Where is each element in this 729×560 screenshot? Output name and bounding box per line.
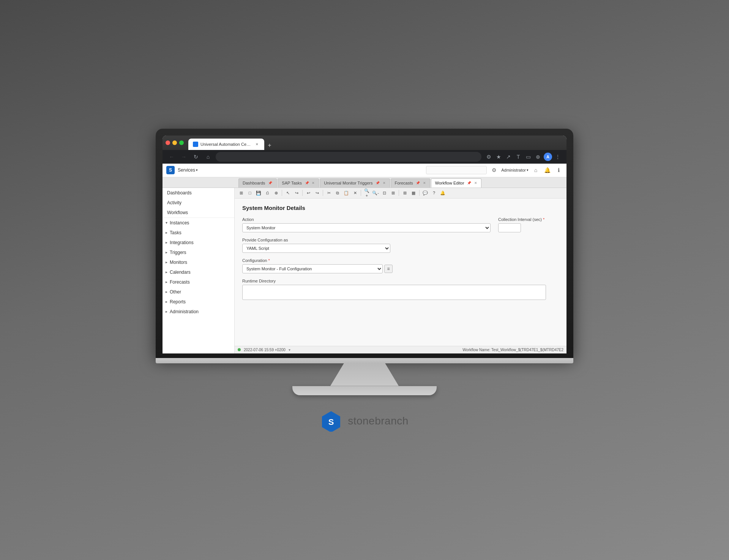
- brand-area: S stonebranch: [320, 410, 409, 432]
- tab-we-pin-icon[interactable]: 📌: [467, 180, 472, 186]
- window-controls[interactable]: [166, 140, 184, 145]
- sidebar-item-monitors[interactable]: ▸ Monitors: [163, 257, 234, 267]
- toolbar-btn-copy[interactable]: ⧉: [333, 189, 342, 197]
- sidebar-item-tasks[interactable]: ▸ Tasks: [163, 228, 234, 238]
- sidebar-item-administration[interactable]: ▸ Administration: [163, 307, 234, 317]
- toolbar-sep-2: [302, 190, 303, 196]
- home-icon[interactable]: ⌂: [532, 166, 540, 174]
- nav-home-btn[interactable]: ⌂: [204, 152, 213, 161]
- toolbar-btn-open[interactable]: □: [246, 189, 254, 197]
- sidebar-item-instances[interactable]: ▾ Instances: [163, 218, 234, 228]
- toolbar-btn-fit[interactable]: ⊡: [380, 189, 388, 197]
- admin-menu[interactable]: Administrator ▾: [501, 168, 529, 172]
- chrome-extension-icons: ⚙ ★ ↗ T ▭ ⊕ A ⋮: [484, 153, 562, 161]
- tab-forecasts-x-icon[interactable]: ✕: [423, 181, 426, 185]
- toolbar-sep-1: [282, 190, 282, 196]
- user-avatar[interactable]: A: [544, 153, 552, 161]
- toolbar-btn-zoom-in[interactable]: 🔍+: [363, 189, 371, 197]
- nav-refresh-btn[interactable]: ↻: [191, 152, 200, 161]
- bookmark-btn[interactable]: ★: [494, 153, 503, 161]
- tab-ums-pin-icon[interactable]: 📌: [375, 180, 380, 186]
- extensions-btn[interactable]: ⚙: [484, 153, 493, 161]
- services-menu[interactable]: Services ▾: [178, 167, 198, 173]
- configuration-select[interactable]: System Monitor - Full Configuration: [242, 264, 383, 273]
- menu-btn[interactable]: ⋮: [554, 153, 562, 161]
- sidebar-item-dashboards[interactable]: Dashboards: [163, 188, 234, 198]
- install-btn[interactable]: ⊕: [534, 153, 542, 161]
- cast-btn[interactable]: ▭: [524, 153, 532, 161]
- monitor-neck: [330, 363, 399, 386]
- toolbar-btn-print[interactable]: ⎙: [263, 189, 271, 197]
- toolbar-btn-layout[interactable]: ▦: [409, 189, 418, 197]
- tab-ums-triggers[interactable]: Universal Monitor Triggers 📌 ✕: [320, 178, 390, 188]
- sidebar-item-workflows[interactable]: Workflows: [163, 208, 234, 218]
- tab-sap-tasks[interactable]: SAP Tasks 📌 ✕: [278, 178, 319, 188]
- toolbar: ⊞ □ 💾 ⎙ ⊕ ↖ ↪ ↩ ↪ ✂: [235, 188, 566, 199]
- action-select[interactable]: System Monitor: [242, 223, 491, 232]
- tab-forecasts-pin-icon[interactable]: 📌: [415, 180, 421, 186]
- browser-tab-close[interactable]: ✕: [254, 142, 260, 147]
- chevron-instances-icon: ▾: [166, 221, 167, 225]
- new-tab-button[interactable]: +: [265, 141, 274, 150]
- sidebar-item-activity[interactable]: Activity: [163, 198, 234, 208]
- toolbar-btn-comment[interactable]: 💬: [421, 189, 429, 197]
- form-row-2: Provide Configuration as YAML Script: [242, 238, 559, 253]
- sidebar-item-integrations[interactable]: ▸ Integrations: [163, 238, 234, 248]
- form-row-3: Configuration * System Monitor - Full Co…: [242, 258, 559, 273]
- tab-ums-x-icon[interactable]: ✕: [383, 181, 386, 185]
- toolbar-btn-delete[interactable]: ✕: [351, 189, 359, 197]
- browser-tab-active[interactable]: Universal Automation Center ✕: [188, 139, 264, 150]
- collection-interval-label: Collection Interval (sec) *: [498, 217, 559, 222]
- status-dropdown-icon[interactable]: ▾: [289, 348, 290, 352]
- tab-dashboards-pin-icon[interactable]: 📌: [267, 180, 273, 186]
- tab-forecasts[interactable]: Forecasts 📌 ✕: [391, 178, 430, 188]
- chevron-integrations-icon: ▸: [166, 240, 167, 245]
- sidebar-item-other[interactable]: ▸ Other: [163, 287, 234, 297]
- form-row-1: Action System Monitor Collection Interva…: [242, 217, 559, 232]
- form-row-4: Runtime Directory: [242, 279, 559, 300]
- form-group-configuration: Configuration * System Monitor - Full Co…: [242, 258, 393, 273]
- provide-config-select[interactable]: YAML Script: [242, 244, 390, 253]
- configuration-edit-btn[interactable]: ≡: [384, 265, 393, 273]
- tab-workflow-editor[interactable]: Workflow Editor 📌 ✕: [431, 178, 481, 188]
- toolbar-btn-add[interactable]: ⊕: [272, 189, 280, 197]
- toolbar-btn-alert[interactable]: 🔔: [439, 189, 447, 197]
- runtime-dir-input[interactable]: [242, 285, 546, 300]
- toolbar-btn-select-all[interactable]: ⊞: [389, 189, 397, 197]
- window-close-btn[interactable]: [166, 140, 170, 145]
- tab-sap-x-icon[interactable]: ✕: [312, 181, 315, 185]
- toolbar-btn-new[interactable]: ⊞: [237, 189, 245, 197]
- toolbar-btn-undo[interactable]: ↩: [304, 189, 312, 197]
- toolbar-btn-cut[interactable]: ✂: [325, 189, 333, 197]
- window-maximize-btn[interactable]: [179, 140, 184, 145]
- tab-sap-close-icon[interactable]: 📌: [304, 180, 309, 186]
- window-minimize-btn[interactable]: [172, 140, 177, 145]
- form-group-collection-interval: Collection Interval (sec) * 10: [498, 217, 559, 232]
- collection-interval-input[interactable]: 10: [498, 223, 521, 232]
- toolbar-btn-connect[interactable]: ↪: [292, 189, 301, 197]
- chevron-admin-icon: ▸: [166, 309, 167, 314]
- nav-forward-btn[interactable]: →: [179, 152, 188, 161]
- toolbar-btn-grid[interactable]: ⊞: [401, 189, 409, 197]
- tab-dashboards[interactable]: Dashboards 📌: [238, 178, 277, 188]
- address-input[interactable]: 127.0.0.1:8080/uc/: [216, 152, 481, 162]
- share-btn[interactable]: ↗: [504, 153, 513, 161]
- settings-icon[interactable]: ⚙: [490, 166, 498, 174]
- sidebar-item-triggers[interactable]: ▸ Triggers: [163, 248, 234, 257]
- toolbar-btn-paste[interactable]: 📋: [342, 189, 350, 197]
- translate-btn[interactable]: T: [514, 153, 522, 161]
- tab-we-x-icon[interactable]: ✕: [474, 181, 477, 185]
- nav-back-btn[interactable]: ←: [167, 152, 176, 161]
- info-icon[interactable]: ℹ: [554, 166, 563, 174]
- toolbar-btn-zoom-out[interactable]: 🔍-: [371, 189, 380, 197]
- sidebar-item-reports[interactable]: ▸ Reports: [163, 297, 234, 307]
- sidebar-item-calendars[interactable]: ▸ Calendars: [163, 267, 234, 277]
- sidebar-item-forecasts[interactable]: ▸ Forecasts: [163, 277, 234, 287]
- toolbar-btn-pointer[interactable]: ↖: [284, 189, 292, 197]
- toolbar-btn-redo[interactable]: ↪: [313, 189, 321, 197]
- toolbar-btn-save[interactable]: 💾: [254, 189, 263, 197]
- notification-icon[interactable]: 🔔: [543, 166, 551, 174]
- app-search-input[interactable]: [426, 166, 487, 174]
- tab-bar: Universal Automation Center ✕ +: [188, 136, 563, 150]
- toolbar-btn-help[interactable]: ?: [430, 189, 438, 197]
